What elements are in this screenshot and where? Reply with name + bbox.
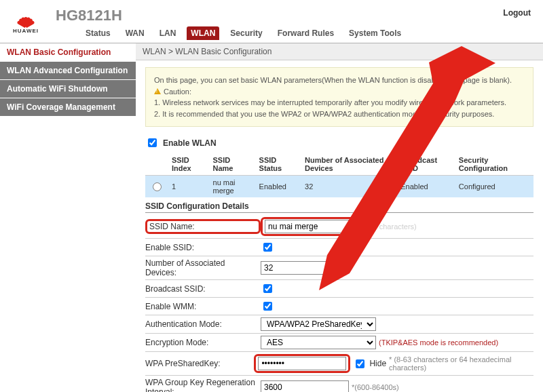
broadcast-ssid-label: Broadcast SSID: xyxy=(145,284,261,294)
cell-ssid-index: 1 xyxy=(168,176,209,198)
ssid-name-label: SSID Name: xyxy=(145,219,261,234)
breadcrumb: WLAN > WLAN Basic Configuration xyxy=(136,43,543,60)
enable-wmm-label: Enable WMM: xyxy=(145,302,261,311)
group-key-hint: *(600-86400s) xyxy=(352,383,399,391)
info-caution: Caution: xyxy=(164,86,191,98)
info-line-2: 1. Wireless network services may be inte… xyxy=(154,97,525,109)
enable-ssid-checkbox[interactable] xyxy=(263,243,272,252)
enable-wlan-checkbox[interactable] xyxy=(148,138,157,147)
nav-wlan[interactable]: WLAN xyxy=(187,26,219,40)
auth-mode-label: Authentication Mode: xyxy=(145,319,261,329)
nav-system-tools[interactable]: System Tools xyxy=(345,26,405,40)
cell-ssid-status: Enabled xyxy=(255,176,301,198)
th-assoc-devices: Number of Associated Devices xyxy=(301,153,396,176)
caution-icon xyxy=(154,88,161,94)
nav-status[interactable]: Status xyxy=(81,26,115,40)
psk-label: WPA PreSharedKey: xyxy=(145,359,254,368)
ssid-form: SSID Name: (1-32 characters) Enable SSID… xyxy=(145,216,533,392)
broadcast-ssid-checkbox[interactable] xyxy=(263,284,272,293)
group-key-input[interactable] xyxy=(261,380,349,392)
cell-ssid-assoc: 32 xyxy=(301,176,396,198)
assoc-devices-input[interactable] xyxy=(261,261,329,275)
psk-hide-checkbox[interactable] xyxy=(356,359,364,368)
huawei-logo: HUAWEI xyxy=(10,5,42,38)
cell-ssid-name: nu mai merge xyxy=(209,176,255,198)
th-security: Security Configuration xyxy=(455,153,533,176)
group-key-label: WPA Group Key Regeneration Interval: xyxy=(145,378,261,392)
encryption-hint: (TKIP&AES mode is recommended) xyxy=(379,338,498,347)
psk-hint: * (8-63 characters or 64 hexadecimal cha… xyxy=(389,355,533,372)
sidebar-item-wifi-coverage[interactable]: WiFi Coverage Management xyxy=(0,98,136,117)
nav-wan[interactable]: WAN xyxy=(121,26,149,40)
th-broadcast: Broadcast SSID xyxy=(396,153,455,176)
cell-ssid-broadcast: Enabled xyxy=(396,176,455,198)
th-ssid-name: SSID Name xyxy=(209,153,255,176)
th-ssid-index: SSID Index xyxy=(168,153,209,176)
logo-text: HUAWEI xyxy=(13,28,39,34)
encryption-mode-select[interactable]: AES xyxy=(261,336,376,349)
ssid-name-hint: (1-32 characters) xyxy=(360,222,417,231)
top-nav: Status WAN LAN WLAN Security Forward Rul… xyxy=(81,26,405,40)
enable-wlan-label: Enable WLAN xyxy=(163,138,217,148)
th-ssid-status: SSID Status xyxy=(255,153,301,176)
info-box: On this page, you can set basic WLAN par… xyxy=(145,67,533,127)
header: HUAWEI HG8121H Logout Status WAN LAN WLA… xyxy=(0,0,543,43)
logout-link[interactable]: Logout xyxy=(503,8,531,18)
assoc-devices-star: * xyxy=(331,263,335,273)
nav-lan[interactable]: LAN xyxy=(155,26,181,40)
auth-mode-select[interactable]: WPA/WPA2 PreSharedKey xyxy=(261,317,376,331)
ssid-name-input[interactable] xyxy=(265,220,353,233)
ssid-row[interactable]: 1 nu mai merge Enabled 32 Enabled Config… xyxy=(145,176,533,198)
assoc-devices-label: Number of Associated Devices: xyxy=(145,258,261,277)
model-title: HG8121H xyxy=(56,7,122,24)
sidebar-item-wlan-advanced[interactable]: WLAN Advanced Configuration xyxy=(0,62,136,80)
nav-security[interactable]: Security xyxy=(226,26,266,40)
sidebar: WLAN Basic Configuration WLAN Advanced C… xyxy=(0,43,136,392)
main: WLAN > WLAN Basic Configuration On this … xyxy=(136,43,543,392)
psk-hide-label: Hide xyxy=(369,359,386,368)
info-line-3: 2. It is recommended that you use the WP… xyxy=(154,109,525,120)
huawei-petal-icon xyxy=(14,9,38,26)
psk-input[interactable] xyxy=(258,357,346,370)
ssid-table: SSID Index SSID Name SSID Status Number … xyxy=(145,153,533,197)
info-line-1: On this page, you can set basic WLAN par… xyxy=(154,75,525,86)
ssid-row-radio[interactable] xyxy=(153,182,162,191)
enable-ssid-label: Enable SSID: xyxy=(145,243,261,252)
nav-forward-rules[interactable]: Forward Rules xyxy=(274,26,338,40)
sidebar-item-auto-wifi-shutdown[interactable]: Automatic WiFi Shutdown xyxy=(0,80,136,98)
ssid-details-title: SSID Configuration Details xyxy=(145,197,533,213)
encryption-mode-label: Encryption Mode: xyxy=(145,338,261,347)
cell-ssid-security: Configured xyxy=(455,176,533,198)
sidebar-item-wlan-basic[interactable]: WLAN Basic Configuration xyxy=(0,43,136,62)
enable-wmm-checkbox[interactable] xyxy=(263,302,272,311)
